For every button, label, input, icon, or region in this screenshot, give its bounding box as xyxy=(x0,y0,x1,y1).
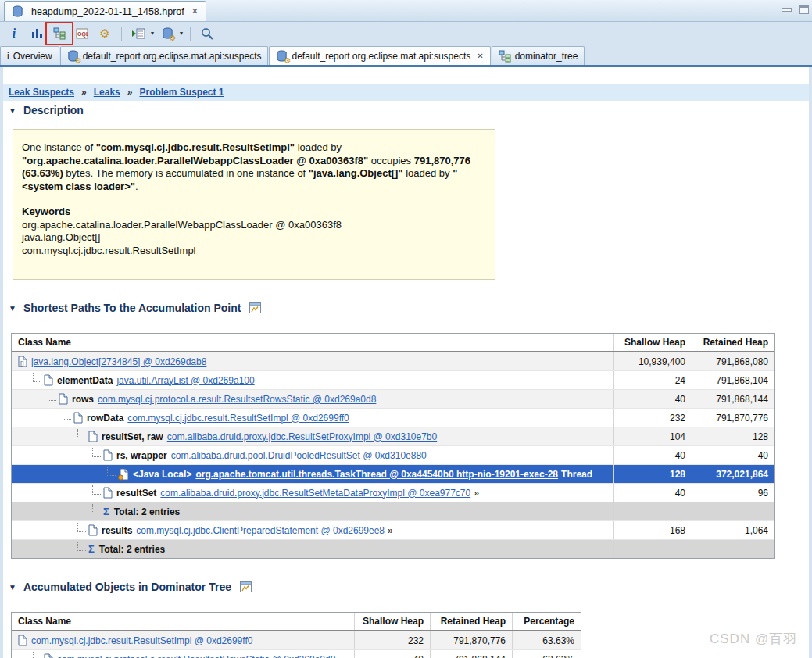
retained-heap-cell xyxy=(692,502,774,520)
keyword-line: com.mysql.cj.jdbc.result.ResultSetImpl xyxy=(22,245,486,258)
retained-heap-cell: 372,021,864 xyxy=(692,465,774,483)
open-in-table-icon[interactable] xyxy=(240,581,252,592)
info-icon[interactable]: i xyxy=(4,24,24,43)
array-icon: [] xyxy=(18,356,27,367)
shallow-heap-cell xyxy=(613,540,692,558)
tree-elbow xyxy=(92,504,101,513)
dominator-tree-icon[interactable] xyxy=(49,24,70,43)
window-controls xyxy=(782,5,809,14)
object-link[interactable]: java.lang.Object[2734845] @ 0xd269dab8 xyxy=(31,356,206,367)
collapse-triangle-icon[interactable]: ▼ xyxy=(9,304,16,313)
column-header[interactable]: Shallow Heap xyxy=(613,334,692,351)
description-segment: loaded by xyxy=(295,141,342,153)
class-name-cell: <Java Local>org.apache.tomcat.util.threa… xyxy=(12,465,613,483)
object-link[interactable]: com.mysql.cj.protocol.a.result.Resultset… xyxy=(98,394,376,405)
heap-query-icon[interactable]: ⚙ xyxy=(157,24,177,43)
collapse-triangle-icon[interactable]: ▼ xyxy=(9,106,16,115)
shallow-heap-cell: 40 xyxy=(613,484,692,502)
sum-icon: Σ xyxy=(103,506,109,517)
tree-row[interactable]: <Java Local>org.apache.tomcat.util.threa… xyxy=(12,464,774,483)
editor-tab-heapdump[interactable]: heapdump_2022-01-11_1458.hprof ✕ xyxy=(4,1,206,21)
retained-heap-cell: 791,868,144 xyxy=(430,650,512,658)
tree-row[interactable]: resultscom.mysql.cj.jdbc.ClientPreparedS… xyxy=(12,520,774,539)
tree-row[interactable]: com.mysql.cj.jdbc.result.ResultSetImpl @… xyxy=(12,631,581,649)
total-label: Total: 2 entries xyxy=(114,506,180,517)
tree-row[interactable]: elementDatajava.util.ArrayList @ 0xd269a… xyxy=(12,370,774,389)
shallow-heap-cell: 168 xyxy=(613,521,692,539)
tree-row[interactable]: resultSet, rawcom.alibaba.druid.proxy.jd… xyxy=(12,427,774,445)
histogram-icon[interactable] xyxy=(27,24,47,43)
object-link[interactable]: com.mysql.cj.jdbc.result.ResultSetImpl @… xyxy=(31,635,252,646)
breadcrumb-link[interactable]: Leaks xyxy=(94,87,120,98)
minimize-icon[interactable] xyxy=(782,8,792,12)
description-segment: occupies xyxy=(368,155,414,166)
toolbar-separator xyxy=(190,27,191,41)
section-header-dominator: ▼ Accumulated Objects in Dominator Tree xyxy=(9,581,809,593)
field-name: rowData xyxy=(87,413,123,424)
tree-elbow xyxy=(33,652,41,658)
column-header[interactable]: Class Name xyxy=(12,334,613,351)
tree-row[interactable]: []java.lang.Object[2734845] @ 0xd269dab8… xyxy=(12,352,774,370)
search-icon[interactable] xyxy=(197,24,217,43)
column-header[interactable]: Shallow Heap xyxy=(354,613,430,630)
percentage-cell: 63.63% xyxy=(512,650,581,658)
object-link[interactable]: org.apache.tomcat.util.threads.TaskThrea… xyxy=(195,469,558,480)
retained-heap-cell: 791,868,144 xyxy=(692,390,774,408)
tab-label: Overview xyxy=(13,51,52,62)
column-header[interactable]: Retained Heap xyxy=(692,334,774,351)
open-in-table-icon[interactable] xyxy=(249,302,261,313)
tab-close-icon[interactable]: ✕ xyxy=(477,52,483,60)
sum-icon: Σ xyxy=(88,543,95,555)
tree-elbow xyxy=(33,373,41,382)
class-name-cell: resultSetcom.alibaba.druid.proxy.jdbc.Re… xyxy=(12,484,613,502)
svg-text:OQL: OQL xyxy=(77,31,88,38)
object-link[interactable]: com.mysql.cj.jdbc.result.ResultSetImpl @… xyxy=(127,413,349,424)
total-row[interactable]: ΣTotal: 2 entries xyxy=(12,539,774,558)
column-header[interactable]: Retained Heap xyxy=(430,613,512,630)
total-row[interactable]: ΣTotal: 2 entries xyxy=(12,502,774,520)
breadcrumb-link[interactable]: Leak Suspects xyxy=(9,87,74,98)
report-content: Leak Suspects»Leaks»Problem Suspect 1 ▼ … xyxy=(3,67,809,658)
name-suffix: » xyxy=(388,525,393,536)
object-link[interactable]: com.alibaba.druid.proxy.jdbc.ResultSetPr… xyxy=(167,431,437,442)
tree-elbow xyxy=(77,542,86,551)
object-link[interactable]: java.util.ArrayList @ 0xd269a100 xyxy=(116,375,254,386)
maximize-icon[interactable] xyxy=(799,5,809,14)
breadcrumb-link[interactable]: Problem Suspect 1 xyxy=(139,87,224,98)
breadcrumb-separator: » xyxy=(81,87,87,98)
name-suffix: Thread xyxy=(561,469,592,480)
section-title: Accumulated Objects in Dominator Tree xyxy=(23,581,231,593)
page-icon xyxy=(59,393,68,405)
customize-icon[interactable]: ⚙ xyxy=(95,24,115,43)
run-expert-report-icon-dropdown[interactable]: ▾ xyxy=(151,30,154,37)
tree-row[interactable]: rowscom.mysql.cj.protocol.a.result.Resul… xyxy=(12,389,774,408)
description-segment: loaded by xyxy=(403,167,453,179)
object-link[interactable]: com.mysql.cj.jdbc.ClientPreparedStatemen… xyxy=(136,525,385,536)
tree-elbow xyxy=(77,429,86,438)
tree-row[interactable]: resultSetcom.alibaba.druid.proxy.jdbc.Re… xyxy=(12,483,774,502)
tree-row[interactable]: com.mysql.cj.protocol.a.result.Resultset… xyxy=(12,649,581,658)
tab-default_report-2[interactable]: ⚙default_report org.eclipse.mat.api:susp… xyxy=(269,46,490,65)
heap-query-icon-dropdown[interactable]: ▾ xyxy=(180,30,183,37)
retained-heap-cell xyxy=(692,540,774,558)
tree-row[interactable]: rs, wrappercom.alibaba.druid.pool.DruidP… xyxy=(12,445,774,464)
column-header[interactable]: Percentage xyxy=(512,613,581,630)
description-segment: . xyxy=(135,181,138,192)
tab-dominator_tree-3[interactable]: dominator_tree xyxy=(492,46,585,65)
section-header-description: ▼ Description xyxy=(9,104,809,116)
column-header[interactable]: Class Name xyxy=(12,613,354,630)
tab-label: default_report org.eclipse.mat.api:suspe… xyxy=(292,51,470,62)
tab-default_report-1[interactable]: ⚙default_report org.eclipse.mat.api:susp… xyxy=(60,46,269,65)
object-link[interactable]: com.alibaba.druid.pool.DruidPooledResult… xyxy=(171,450,427,461)
tab-overview-0[interactable]: iOverview xyxy=(0,46,59,65)
dominator-table: Class NameShallow HeapRetained HeapPerce… xyxy=(11,612,581,658)
run-expert-report-icon[interactable] xyxy=(128,24,148,43)
object-link[interactable]: com.alibaba.druid.proxy.jdbc.ResultSetMe… xyxy=(160,488,470,499)
object-link[interactable]: com.mysql.cj.protocol.a.result.Resultset… xyxy=(57,654,335,658)
shallow-heap-cell: 232 xyxy=(354,631,430,649)
oql-icon[interactable]: OQL xyxy=(72,24,92,43)
tree-row[interactable]: rowDatacom.mysql.cj.jdbc.result.ResultSe… xyxy=(12,408,774,427)
collapse-triangle-icon[interactable]: ▼ xyxy=(9,583,16,592)
editor-tab-close-icon[interactable]: ✕ xyxy=(191,6,199,16)
db-gear-icon: ⚙ xyxy=(276,50,288,63)
